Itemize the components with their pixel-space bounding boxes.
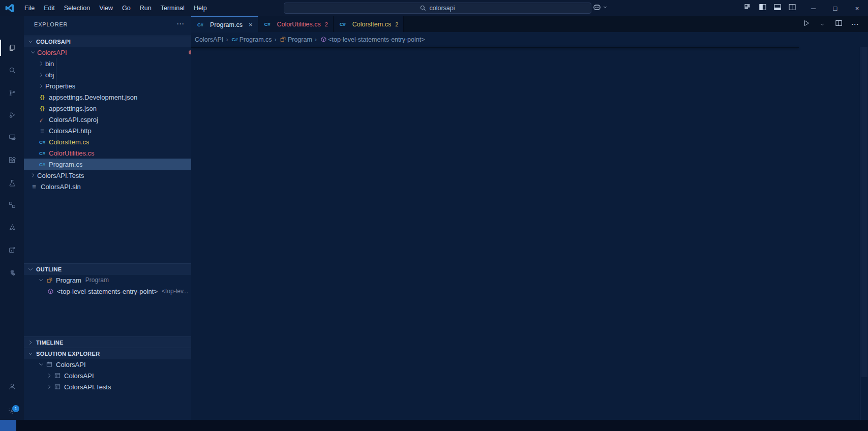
- chevron-down-icon[interactable]: [37, 361, 45, 368]
- activity-object-graph[interactable]: [0, 195, 24, 215]
- activity-preview-features[interactable]: [0, 240, 24, 260]
- scrollbar-slider[interactable]: [861, 47, 867, 377]
- remote-indicator-icon[interactable]: [0, 420, 16, 431]
- activity-source-control[interactable]: [0, 83, 24, 103]
- tree-item-ColorsAPI.http[interactable]: ≡ColorsAPI.http: [24, 125, 191, 136]
- tree-item-obj[interactable]: obj: [24, 69, 191, 80]
- copilot-menu[interactable]: [593, 3, 608, 11]
- copilot-icon: [593, 3, 601, 11]
- paw-icon: [8, 267, 16, 279]
- maximize-button[interactable]: □: [824, 0, 846, 16]
- menu-selection[interactable]: Selection: [59, 0, 95, 16]
- item-label: obj: [45, 71, 54, 79]
- section-timeline[interactable]: TIMELINE: [24, 336, 191, 348]
- layout-controls: [744, 0, 796, 16]
- tree-item-ColorsAPI.sln[interactable]: ≡ColorsAPI.sln: [24, 181, 191, 192]
- section-label: TIMELINE: [36, 340, 64, 346]
- solution-item[interactable]: ColorsAPI.Tests: [24, 381, 191, 392]
- chevron-right-icon[interactable]: [29, 172, 37, 179]
- activity-remote-explorer[interactable]: [0, 127, 24, 147]
- command-center-search[interactable]: colorsapi: [284, 3, 591, 14]
- csharp-icon: C#: [231, 37, 239, 42]
- chevron-right-icon[interactable]: [37, 71, 45, 78]
- tree-item-bin[interactable]: bin: [24, 58, 191, 69]
- chevron-down-icon[interactable]: [27, 350, 34, 357]
- tree-item-ColorsAPI.csproj[interactable]: ColorsAPI.csproj: [24, 114, 191, 125]
- breadcrumb-item[interactable]: ColorsAPI: [195, 36, 223, 43]
- editor-scrollbar[interactable]: [860, 47, 868, 420]
- activity-explorer[interactable]: [0, 38, 24, 58]
- outline-item[interactable]: <top-level-statements-entry-point><top-l…: [24, 286, 191, 297]
- ellipsis-icon: ⋯: [851, 20, 859, 29]
- breadcrumb-item[interactable]: C#Program.cs: [231, 36, 272, 43]
- toggle-secondary-sidebar-icon[interactable]: [788, 3, 796, 13]
- ellipsis-icon[interactable]: ⋯: [176, 19, 184, 28]
- tree-item-ColorsAPI[interactable]: ColorsAPI: [24, 47, 191, 58]
- accounts-icon[interactable]: [0, 376, 24, 396]
- activity-search[interactable]: [0, 60, 24, 80]
- chevron-down-icon[interactable]: [27, 38, 34, 45]
- section-solution-explorer[interactable]: SOLUTION EXPLORER: [24, 348, 191, 359]
- settings-gear-icon[interactable]: [0, 401, 24, 421]
- close-icon[interactable]: ×: [249, 21, 253, 28]
- tree-item-appsettings.json[interactable]: {}appsettings.json: [24, 103, 191, 114]
- outline-item[interactable]: ProgramProgram: [24, 274, 191, 286]
- toggle-sidebar-icon[interactable]: [759, 3, 767, 13]
- customize-layout-icon[interactable]: [744, 3, 752, 13]
- tree-item-ColorUtilities.cs[interactable]: C#ColorUtilities.cs2: [24, 147, 191, 159]
- menu-terminal[interactable]: Terminal: [156, 0, 189, 16]
- activity-bar: 1: [0, 16, 24, 420]
- vscode-logo: [5, 3, 15, 13]
- tree-item-ColorsItem.cs[interactable]: C#ColorsItem.cs2: [24, 136, 191, 147]
- menu-file[interactable]: File: [20, 0, 39, 16]
- chevron-right-icon[interactable]: [45, 383, 53, 390]
- run-dropdown[interactable]: [818, 20, 826, 29]
- menu-run[interactable]: Run: [135, 0, 156, 16]
- chevron-down-icon[interactable]: [29, 49, 37, 56]
- window-controls: ─□×: [802, 0, 868, 16]
- activity-run-and-debug[interactable]: [0, 105, 24, 125]
- tree-item-appsettings.Development.json[interactable]: {}appsettings.Development.json: [24, 91, 191, 103]
- status-bar: [0, 420, 868, 431]
- item-label: ColorsAPI: [56, 361, 86, 368]
- activity-azure[interactable]: [0, 217, 24, 237]
- json-icon: {}: [38, 94, 46, 100]
- chevron-right-icon[interactable]: [37, 60, 45, 67]
- breadcrumb-item[interactable]: Program: [279, 36, 312, 43]
- editor-actions: ⋯: [802, 16, 859, 32]
- tab-ColorUtilities.cs[interactable]: C#ColorUtilities.cs2: [258, 16, 334, 32]
- chevron-right-icon[interactable]: [45, 372, 53, 379]
- tree-item-Properties[interactable]: Properties: [24, 80, 191, 91]
- chevron-right-icon[interactable]: [37, 82, 45, 89]
- solution-item[interactable]: ColorsAPI: [24, 359, 191, 370]
- tab-Program.cs[interactable]: C#Program.cs×: [191, 16, 258, 33]
- close-button[interactable]: ×: [846, 0, 868, 16]
- activity-testing[interactable]: [0, 173, 24, 193]
- section-label: COLORSAPI: [36, 39, 71, 45]
- tab-ColorsItem.cs[interactable]: C#ColorsItem.cs2: [334, 16, 404, 32]
- activity-extensions[interactable]: [0, 150, 24, 170]
- section-colorsapi[interactable]: COLORSAPI: [24, 36, 191, 47]
- menu-help[interactable]: Help: [189, 0, 212, 16]
- menu-edit[interactable]: Edit: [39, 0, 59, 16]
- activity-paw-extension[interactable]: [0, 263, 24, 283]
- sln-icon: ≡: [30, 183, 38, 191]
- code-area[interactable]: [191, 47, 868, 420]
- menu-go[interactable]: Go: [117, 0, 135, 16]
- tree-item-ColorsAPI.Tests[interactable]: ColorsAPI.Tests: [24, 170, 191, 181]
- testing-flask-icon: [8, 177, 16, 189]
- toggle-panel-icon[interactable]: [773, 3, 782, 13]
- chevron-right-icon[interactable]: [27, 339, 34, 346]
- chevron-down-icon[interactable]: [37, 276, 45, 284]
- solution-item[interactable]: ColorsAPI: [24, 370, 191, 381]
- run-button[interactable]: [802, 19, 810, 29]
- editor-more-actions[interactable]: ⋯: [851, 20, 859, 29]
- item-label: ColorsAPI: [37, 49, 67, 56]
- menu-view[interactable]: View: [95, 0, 117, 16]
- split-editor-button[interactable]: [834, 19, 843, 29]
- minimize-button[interactable]: ─: [802, 0, 824, 16]
- breadcrumb-item[interactable]: <top-level-statements-entry-point>: [319, 36, 425, 43]
- section-outline[interactable]: OUTLINE: [24, 263, 191, 275]
- chevron-down-icon[interactable]: [27, 266, 34, 273]
- tree-item-Program.cs[interactable]: C#Program.cs: [24, 159, 191, 170]
